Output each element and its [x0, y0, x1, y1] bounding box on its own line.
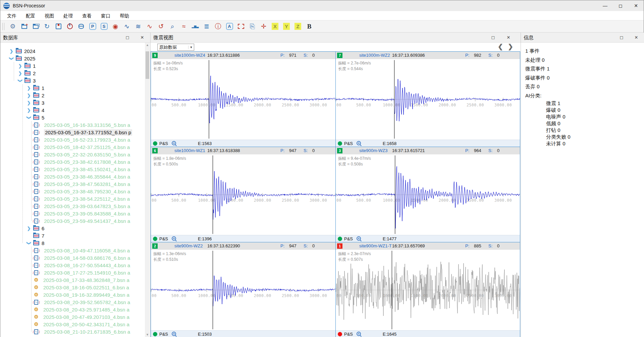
tree-file-item[interactable]: ≀∿≀2025-03-08_10-49-47.116058_4.bsn a — [0, 247, 145, 254]
multi-wave-icon[interactable]: ≋ — [134, 22, 142, 31]
database-icon[interactable] — [77, 22, 85, 31]
waveform-plot-area[interactable]: 振幅 = 1.8e-06m/s长度 = 0.500s00500.001000.0… — [151, 154, 335, 235]
zoom-wave-icon[interactable]: ⌕ — [168, 22, 176, 31]
axis-x-button[interactable]: X — [271, 22, 279, 31]
zoom-in-icon[interactable]: + — [357, 236, 361, 241]
expand-chevron-icon[interactable]: ❯ — [26, 115, 32, 120]
tree-file-item[interactable]: ≀∿≀2025-03-08_16-27-50.554443_4.bsn a — [0, 261, 145, 269]
expand-chevron-icon[interactable]: ❯ — [18, 78, 23, 83]
close-button[interactable]: ✕ — [628, 0, 644, 11]
tree-folder-2024[interactable]: ❯2024 — [0, 47, 145, 55]
tree-file-item[interactable]: ≀∿≀2025-03-05_23-39-05.843588_4.bsn a — [0, 210, 145, 217]
toolbar-grip[interactable] — [2, 23, 4, 30]
menu-item-1[interactable]: 文件 — [2, 11, 21, 20]
waveform-plot-area[interactable]: 振幅 = 1e-06m/s长度 = 0.523s00500.001000.001… — [151, 59, 335, 140]
tree-file-item[interactable]: ≀∿≀2025-03-05_22-32-20.635150_5.bsn a — [0, 151, 145, 158]
previous-event-button[interactable]: ❮ — [498, 43, 503, 50]
scroll-down-icon[interactable]: ▼ — [145, 332, 150, 337]
expand-chevron-icon[interactable]: ❯ — [26, 93, 31, 98]
tree-folder-4[interactable]: ❯4 — [0, 106, 145, 114]
tree-file-item[interactable]: ≀∿≀2025-03-05_23-38-42.617808_4.bsn a — [0, 158, 145, 165]
tree-folder-2[interactable]: ❯2 — [0, 69, 145, 77]
ps-toggle[interactable]: P&S — [344, 236, 353, 241]
expand-chevron-icon[interactable]: ❯ — [26, 226, 31, 231]
zoom-in-icon[interactable]: + — [357, 141, 361, 145]
redo-icon[interactable]: ↻ — [43, 22, 51, 31]
expand-chevron-icon[interactable]: ❯ — [9, 56, 14, 61]
tree-folder-6[interactable]: ❯6 — [0, 225, 145, 232]
tree-file-item[interactable]: ⚙2025-03-08 — [0, 335, 145, 337]
tree-file-item[interactable]: ≀∿≀2025-03-08_20-39-52.565782_4.bsn a — [0, 298, 145, 306]
tree-file-item[interactable]: ≀∿≀2025-03-05_23-38-47.563281_4.bsn a — [0, 180, 145, 188]
settings-icon[interactable]: ⚙ — [9, 22, 17, 31]
ps-toggle[interactable]: P&S — [159, 236, 168, 241]
bold-button[interactable]: B — [305, 22, 313, 31]
waveform-plot-area[interactable]: 振幅 = 2.7e-06m/s长度 = 0.544s00500.001000.0… — [336, 59, 520, 140]
ps-toggle[interactable]: P&S — [159, 141, 168, 146]
tree-folder-3[interactable]: ❯3 — [0, 77, 145, 84]
menu-item-7[interactable]: 帮助 — [115, 11, 134, 20]
axis-z-button[interactable]: Z — [294, 22, 302, 31]
tree-file-item[interactable]: ≀∿≀2025-03-08_14-58-03.686176_6.bsn a — [0, 254, 145, 261]
expand-chevron-icon[interactable]: ❯ — [18, 63, 22, 68]
ps-toggle[interactable]: P&S — [344, 332, 353, 337]
close-panel-icon[interactable]: ✕ — [139, 34, 146, 41]
tree-file-item[interactable]: ≀∿≀2025-03-05_23-38-46.355844_4.bsn a — [0, 173, 145, 180]
tree-file-item[interactable]: ⚙2025-03-08_20-50-42.343171_4.bsn a — [0, 321, 145, 328]
tree-file-item[interactable]: ≀∿≀2025-03-05_16-52-23.179923_4.bsn a — [0, 136, 145, 143]
tree-file-item[interactable]: ≀∿≀2025-03-05_23-38-45.150241_4.bsn a — [0, 165, 145, 173]
waveform-plot-area[interactable]: 振幅 = 2.3e-07m/s长度 = 0.507s00500.001000.0… — [336, 250, 520, 330]
info-icon[interactable]: ⓘ — [214, 22, 222, 31]
selection-icon[interactable] — [237, 22, 245, 31]
expand-chevron-icon[interactable]: ❯ — [26, 241, 32, 245]
tree-file-item[interactable]: ⚙2025-03-08_18-16-05.022511_6.bsn a — [0, 284, 145, 291]
close-panel-icon[interactable]: ✕ — [633, 34, 640, 41]
expand-chevron-icon[interactable]: ❯ — [26, 100, 31, 105]
histogram-icon[interactable]: ▂▆▃ — [191, 22, 199, 31]
maximize-button[interactable]: ◻ — [613, 0, 628, 11]
tree-file-item[interactable]: ≀∿≀2025-03-08_17-27-25.154910_6.bsn a — [0, 269, 145, 276]
expand-chevron-icon[interactable]: ❯ — [9, 49, 14, 54]
tree-file-item[interactable]: ⚙2025-03-08_20-43-25.971485_4.bsn a — [0, 306, 145, 313]
menu-item-5[interactable]: 查看 — [77, 11, 96, 20]
tree-file-item[interactable]: ⚙2025-03-08_19-16-32.899449_4.bsn a — [0, 291, 145, 298]
menu-item-2[interactable]: 配置 — [21, 11, 40, 20]
pick-wave-icon[interactable]: ∿ — [123, 22, 131, 31]
tree-file-item[interactable]: ⚙2025-03-08_20-47-49.207103_4.bsn a — [0, 313, 145, 321]
close-panel-icon[interactable]: ✕ — [505, 34, 512, 41]
tree-folder-5[interactable]: ❯5 — [0, 114, 145, 121]
power-icon[interactable] — [66, 22, 74, 31]
zoom-in-icon[interactable]: + — [172, 236, 176, 241]
float-panel-icon[interactable]: ◻ — [618, 34, 625, 41]
scrollbar-thumb[interactable] — [146, 51, 149, 79]
text-label-icon[interactable]: A — [225, 22, 233, 31]
zoom-in-icon[interactable]: + — [172, 332, 176, 336]
tree-folder-7[interactable]: 7 — [0, 232, 145, 239]
tree-folder-8[interactable]: ❯8 — [0, 239, 145, 247]
tree-file-item[interactable]: ≀∿≀2025-03-05_23-38-54.225112_4.bsn a — [0, 195, 145, 202]
ps-toggle[interactable]: P&S — [344, 141, 353, 146]
tree-folder-2[interactable]: ❯2 — [0, 92, 145, 99]
tree-file-item[interactable]: ≀∿≀2025-03-05_23-59-49.541437_4.bsn a — [0, 217, 145, 225]
tree-file-item[interactable]: ≀∿≀2025-03-05_23-39-03.647823_5.bsn a — [0, 202, 145, 210]
new-folder-icon[interactable] — [20, 22, 28, 31]
next-event-button[interactable]: ❯ — [508, 43, 513, 50]
tree-file-item[interactable]: ≀∿≀2025-03-08_21-10-21.671835_6.bsn a — [0, 328, 145, 335]
zoom-in-icon[interactable]: + — [172, 141, 176, 145]
crosshair-icon[interactable]: ✛ — [260, 22, 268, 31]
tree-folder-1[interactable]: ❯1 — [0, 62, 145, 69]
tree-file-item[interactable]: ≀∿≀2025-03-05_16-16-33.313156_5.bsn a — [0, 121, 145, 129]
tree-folder-1[interactable]: ❯1 — [0, 84, 145, 92]
expand-chevron-icon[interactable]: ❯ — [18, 71, 22, 76]
tree-file-item[interactable]: ≀∿≀2025-03-05_16-37-13.771552_6.bsn p — [0, 129, 145, 136]
filter-wave-icon[interactable]: ≈ — [180, 22, 188, 31]
minimize-button[interactable]: — — [597, 0, 613, 11]
float-panel-icon[interactable]: ◻ — [124, 34, 131, 41]
data-type-dropdown[interactable]: 原始数据 ▼ — [157, 44, 194, 51]
float-panel-icon[interactable]: ◻ — [490, 34, 496, 41]
save-icon[interactable] — [54, 22, 62, 31]
edit-wave-icon[interactable]: ∿ — [146, 22, 154, 31]
tree-file-item[interactable]: ≀∿≀2025-03-05_23-38-48.795230_4.bsn a — [0, 188, 145, 195]
report-icon[interactable]: ⎘ — [248, 22, 256, 31]
tree-folder-3[interactable]: ❯3 — [0, 99, 145, 106]
